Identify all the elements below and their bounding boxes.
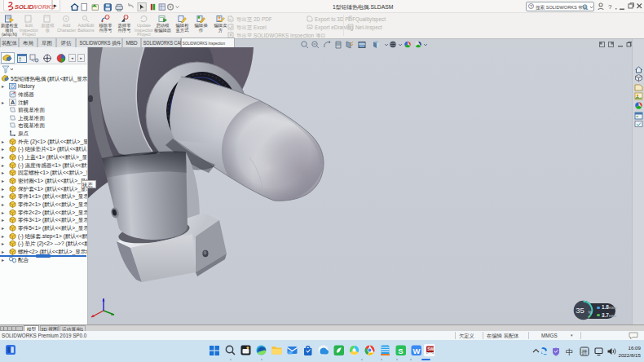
svg-text:1: 1 [106, 16, 108, 20]
svg-text:%: % [589, 311, 592, 315]
svg-text:1: 1 [125, 16, 126, 20]
svg-text:35: 35 [576, 306, 584, 315]
svg-text:SW: SW [427, 347, 434, 351]
svg-text:S: S [398, 347, 403, 355]
svg-text:?: ? [608, 3, 612, 11]
svg-text:WORKS: WORKS [32, 3, 55, 11]
svg-text:SOLID: SOLID [15, 3, 34, 11]
svg-text:中: 中 [566, 348, 573, 356]
svg-text:拼: 拼 [582, 349, 588, 355]
svg-text:P: P [229, 18, 232, 22]
svg-text:W: W [413, 347, 421, 355]
svg-text:A: A [11, 99, 15, 105]
